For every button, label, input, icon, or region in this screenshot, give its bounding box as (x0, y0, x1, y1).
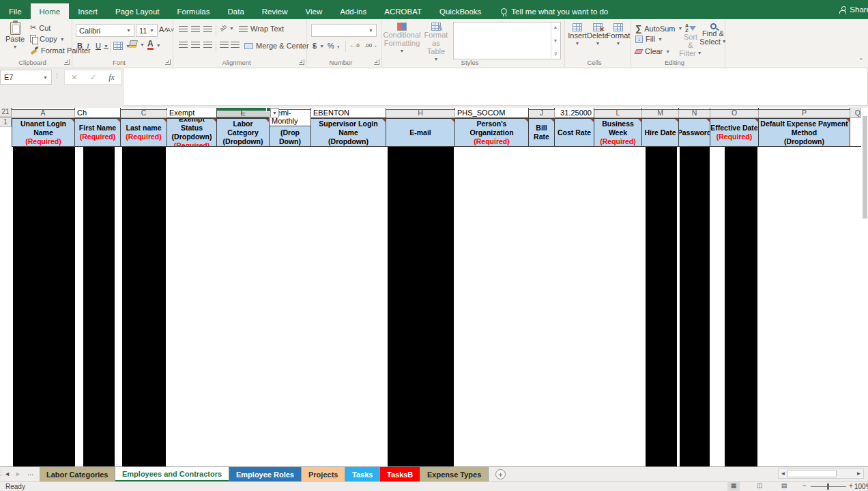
tab-scroll-right-icon[interactable]: ► (15, 471, 21, 477)
font-size-combo[interactable]: 11▼ (136, 24, 158, 37)
sort-filter-button[interactable]: AZ Sort & Filter▼ (680, 23, 701, 57)
sheet-tab-projects[interactable]: Projects (302, 467, 345, 481)
paste-button[interactable]: Paste ▼ (2, 22, 28, 51)
copy-button[interactable]: Copy▼ (30, 35, 65, 43)
comma-style-button[interactable]: , (337, 40, 339, 48)
zoom-in-button[interactable]: + (849, 482, 853, 490)
cell-H21[interactable] (386, 108, 455, 110)
zoom-slider-thumb[interactable] (827, 483, 829, 490)
ribbon-tab-home[interactable]: Home (31, 3, 70, 19)
tab-overflow-ellipsis[interactable]: ... (27, 468, 33, 477)
cell-M21[interactable] (642, 108, 679, 110)
scroll-right-icon[interactable]: ► (854, 471, 863, 477)
cell-J21[interactable] (529, 108, 555, 110)
scroll-down-icon[interactable]: ▼ (553, 38, 558, 43)
cancel-icon[interactable]: ✕ (71, 73, 77, 82)
underline-button[interactable]: U▼ (96, 42, 108, 50)
ribbon-tab-formulas[interactable]: Formulas (169, 3, 219, 19)
wrap-text-button[interactable]: Wrap Text (239, 25, 284, 33)
header-cell-B1[interactable]: First Name(Required) (75, 118, 121, 147)
horizontal-scrollbar[interactable]: ◄ ► (778, 468, 864, 479)
tabbar-splitter[interactable]: ⁞ (0, 470, 1, 477)
ribbon-tab-file[interactable]: File (0, 3, 31, 19)
dialog-launcher-icon[interactable] (374, 59, 379, 65)
ribbon-tab-insert[interactable]: Insert (69, 3, 106, 19)
sheet-tab-employee-roles[interactable]: Employee Roles (229, 467, 302, 481)
page-break-view-button[interactable]: ▤ (778, 482, 790, 491)
sheet-tab-tasksb[interactable]: TasksB (380, 467, 420, 481)
number-format-combo[interactable]: ▼ (311, 24, 377, 37)
orientation-button[interactable]: ab▼ (220, 25, 234, 31)
delete-cells-button[interactable]: ✕ Delete ▼ (588, 23, 607, 48)
dialog-launcher-icon[interactable] (165, 59, 171, 65)
cell-C21[interactable] (121, 108, 167, 110)
percent-style-button[interactable]: % (328, 42, 334, 50)
ribbon-tab-quickbooks[interactable]: QuickBooks (431, 3, 490, 19)
normal-view-button[interactable]: ▦ (727, 482, 740, 491)
header-cell-E1[interactable]: Labor Category(Dropdown) (217, 118, 270, 147)
scroll-left-icon[interactable]: ◄ (779, 471, 787, 477)
header-cell-K1[interactable]: Cost Rate (555, 118, 594, 147)
cell-I21[interactable]: PHS_SOCOM (455, 108, 529, 118)
name-box[interactable]: E7 ▼ (0, 70, 52, 85)
cell-O21[interactable] (710, 108, 759, 110)
cut-button[interactable]: ✂Cut (30, 23, 50, 32)
conditional-formatting-button[interactable]: Conditional Formatting ▼ (385, 23, 419, 55)
sheet-tab-employees-and-contractors[interactable]: Employees and Contractors (115, 467, 229, 481)
decrease-decimal-button[interactable]: .00→ (364, 42, 377, 48)
gallery-scroll-arrows[interactable]: ▲▼⊽ (551, 23, 560, 58)
align-right-button[interactable] (203, 42, 212, 48)
italic-button[interactable]: I (87, 42, 89, 50)
align-middle-button[interactable] (191, 26, 200, 32)
find-select-button[interactable]: Find & Select▼ (702, 23, 724, 46)
formula-input[interactable] (123, 68, 868, 106)
data-validation-dropdown-button[interactable]: ▼ (270, 108, 279, 117)
vertical-scroll-thumb[interactable] (863, 116, 867, 219)
share-button[interactable]: Share (839, 5, 868, 14)
header-cell-P1[interactable]: Default Expense PaymentMethod(Dropdown) (759, 118, 850, 147)
ribbon-tab-page-layout[interactable]: Page Layout (106, 3, 169, 19)
header-cell-L1[interactable]: Business Week(Required) (594, 118, 642, 147)
gallery-more-icon[interactable]: ⊽ (553, 51, 557, 57)
new-sheet-button[interactable]: + (495, 469, 506, 479)
tab-scroll-left-icon[interactable]: ◄ (4, 471, 10, 477)
format-as-table-button[interactable]: ✎ Format as Table ▼ (420, 23, 452, 64)
sheet-tab-tasks[interactable]: Tasks (345, 467, 380, 481)
formula-bar-splitter[interactable]: ⁞ (56, 72, 57, 80)
align-top-button[interactable] (179, 26, 188, 32)
increase-indent-button[interactable] (231, 42, 240, 48)
column-header-Q[interactable]: Q (850, 108, 861, 118)
header-cell-G1[interactable]: Supervisor Login Name(Dropdown) (311, 118, 386, 147)
row-header-21[interactable]: 21 (0, 108, 12, 117)
ribbon-tab-view[interactable]: View (297, 3, 332, 19)
row-header-1[interactable]: 1 (0, 118, 12, 127)
header-cell-M1[interactable]: Hire Date (642, 118, 679, 147)
header-cell-C1[interactable]: Last name(Required) (121, 118, 167, 147)
font-color-button[interactable]: A▼ (147, 40, 161, 50)
ribbon-tab-add-ins[interactable]: Add-ins (331, 3, 375, 19)
cell-L21[interactable] (594, 108, 642, 110)
cell-styles-gallery[interactable]: ▲▼⊽ (453, 22, 561, 59)
format-cells-button[interactable]: Format ▼ (609, 23, 628, 48)
header-cell-D1[interactable]: Exempt Status(Dropdown)(Required) (167, 118, 217, 147)
header-cell-N1[interactable]: Password (679, 118, 710, 147)
align-center-button[interactable] (191, 42, 200, 48)
sheet-tab-labor-categories[interactable]: Labor Categories (40, 467, 115, 481)
merge-center-button[interactable]: Merge & Center▼ (244, 42, 317, 50)
align-bottom-button[interactable] (203, 26, 212, 32)
cell-B21[interactable]: Ch (75, 108, 121, 118)
insert-function-icon[interactable]: fx (108, 72, 115, 83)
cell-K21[interactable]: 31.25000 (555, 108, 594, 118)
increase-decimal-button[interactable]: ←.0 (349, 42, 360, 48)
ribbon-tab-data[interactable]: Data (219, 3, 253, 19)
decrease-indent-button[interactable] (220, 42, 229, 48)
cell-P21[interactable] (759, 108, 850, 110)
dialog-launcher-icon[interactable] (299, 59, 304, 65)
zoom-level[interactable]: 100% (854, 483, 868, 490)
insert-cells-button[interactable]: Insert ▼ (568, 23, 587, 48)
header-cell-O1[interactable]: Effective Date(Required) (710, 118, 759, 147)
header-cell-A1[interactable]: Unanet Login Name(Required) (12, 118, 75, 147)
spreadsheet-grid[interactable]: ABCDEFGHIJKLMNOPQ15678910111213141516171… (0, 108, 868, 466)
page-layout-view-button[interactable]: ◫ (753, 482, 766, 491)
borders-button[interactable]: ▼ (113, 42, 130, 50)
